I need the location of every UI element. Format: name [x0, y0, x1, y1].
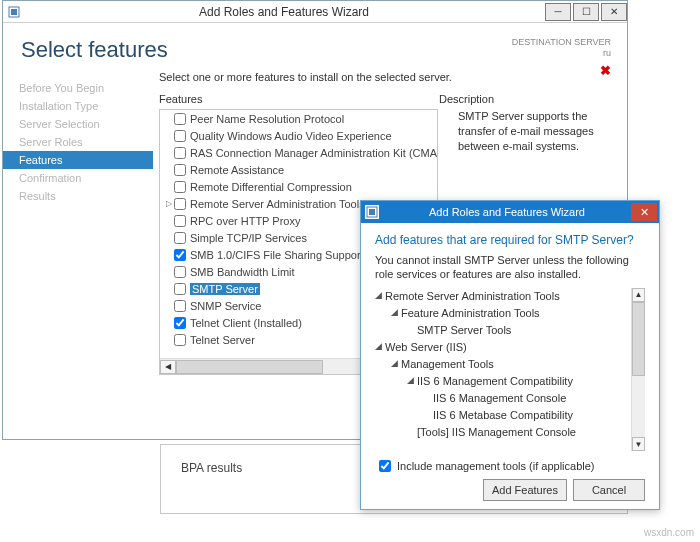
feature-label: Remote Server Administration Tools — [190, 198, 365, 210]
dialog-title: Add Roles and Features Wizard — [383, 206, 631, 218]
tree-node-label: Feature Administration Tools — [401, 305, 540, 322]
scroll-up-icon[interactable]: ▲ — [632, 288, 645, 302]
feature-label: SMB Bandwidth Limit — [190, 266, 295, 278]
nav-server-selection[interactable]: Server Selection — [3, 115, 153, 133]
tree-node: ◢Feature Administration Tools — [375, 305, 645, 322]
feature-row[interactable]: Remote Differential Compression — [160, 178, 437, 195]
expand-icon[interactable]: ▷ — [166, 199, 174, 208]
feature-label: Telnet Server — [190, 334, 255, 346]
nav-confirmation[interactable]: Confirmation — [3, 169, 153, 187]
tree-node: [Tools] IIS Management Console — [375, 424, 645, 441]
minimize-button[interactable]: ─ — [545, 3, 571, 21]
destination-label: DESTINATION SERVER — [512, 37, 611, 48]
add-features-dialog: Add Roles and Features Wizard ✕ Add feat… — [360, 200, 660, 510]
nav-installation-type[interactable]: Installation Type — [3, 97, 153, 115]
include-tools-checkbox[interactable] — [379, 460, 391, 472]
tree-node-label: Management Tools — [401, 356, 494, 373]
hscroll-thumb[interactable] — [176, 360, 323, 374]
feature-row[interactable]: Quality Windows Audio Video Experience — [160, 127, 437, 144]
feature-label: RAS Connection Manager Administration Ki… — [190, 147, 437, 159]
feature-checkbox[interactable] — [174, 249, 186, 261]
vscroll-thumb[interactable] — [632, 302, 645, 376]
instructions: Select one or more features to install o… — [159, 69, 617, 93]
svg-rect-1 — [11, 9, 17, 15]
maximize-button[interactable]: ☐ — [573, 3, 599, 21]
feature-label: SMTP Server — [190, 283, 260, 295]
collapse-icon[interactable]: ◢ — [375, 289, 383, 303]
close-button[interactable]: ✕ — [601, 3, 627, 21]
feature-label: Remote Differential Compression — [190, 181, 352, 193]
feature-checkbox[interactable] — [174, 130, 186, 142]
nav-server-roles[interactable]: Server Roles — [3, 133, 153, 151]
feature-checkbox[interactable] — [174, 181, 186, 193]
destination-value: ru — [512, 48, 611, 59]
description-heading: Description — [429, 93, 617, 105]
feature-checkbox[interactable] — [174, 232, 186, 244]
page-title: Select features — [21, 37, 168, 63]
feature-checkbox[interactable] — [174, 334, 186, 346]
tree-node-label: Web Server (IIS) — [385, 339, 467, 356]
feature-checkbox[interactable] — [174, 317, 186, 329]
feature-label: Telnet Client (Installed) — [190, 317, 302, 329]
dialog-heading: Add features that are required for SMTP … — [375, 233, 645, 247]
feature-checkbox[interactable] — [174, 215, 186, 227]
collapse-icon[interactable]: ◢ — [407, 374, 415, 388]
feature-checkbox[interactable] — [174, 300, 186, 312]
collapse-icon[interactable]: ◢ — [375, 340, 383, 354]
feature-checkbox[interactable] — [174, 147, 186, 159]
tree-node-label: IIS 6 Management Console — [433, 390, 566, 407]
tree-node: ◢Management Tools — [375, 356, 645, 373]
required-features-tree: ◢Remote Server Administration Tools◢Feat… — [375, 288, 645, 441]
feature-label: SMB 1.0/CIFS File Sharing Support — [190, 249, 364, 261]
tree-node: ◢IIS 6 Management Compatibility — [375, 373, 645, 390]
app-icon — [7, 5, 21, 19]
svg-rect-3 — [369, 209, 375, 215]
titlebar: Add Roles and Features Wizard ─ ☐ ✕ — [3, 1, 627, 23]
feature-checkbox[interactable] — [174, 198, 186, 210]
tree-node: SMTP Server Tools — [375, 322, 645, 339]
collapse-icon[interactable]: ◢ — [391, 357, 399, 371]
nav-features[interactable]: Features — [3, 151, 153, 169]
tree-node: IIS 6 Management Console — [375, 390, 645, 407]
tree-node-label: Remote Server Administration Tools — [385, 288, 560, 305]
bpa-results-title: BPA results — [181, 461, 242, 475]
tree-node: ◢Web Server (IIS) — [375, 339, 645, 356]
vertical-scrollbar[interactable]: ▲ ▼ — [631, 288, 645, 451]
dialog-text: You cannot install SMTP Server unless th… — [375, 253, 645, 282]
feature-label: Remote Assistance — [190, 164, 284, 176]
feature-checkbox[interactable] — [174, 283, 186, 295]
error-icon: ✖ — [600, 63, 611, 79]
feature-row[interactable]: Remote Assistance — [160, 161, 437, 178]
collapse-icon[interactable]: ◢ — [391, 306, 399, 320]
feature-label: Quality Windows Audio Video Experience — [190, 130, 392, 142]
tree-node-label: IIS 6 Management Compatibility — [417, 373, 573, 390]
feature-checkbox[interactable] — [174, 266, 186, 278]
dialog-close-button[interactable]: ✕ — [631, 203, 657, 221]
cancel-button[interactable]: Cancel — [573, 479, 645, 501]
feature-label: Simple TCP/IP Services — [190, 232, 307, 244]
nav-results[interactable]: Results — [3, 187, 153, 205]
feature-row[interactable]: Peer Name Resolution Protocol — [160, 110, 437, 127]
feature-row[interactable]: RAS Connection Manager Administration Ki… — [160, 144, 437, 161]
include-tools-row[interactable]: Include management tools (if applicable) — [375, 451, 645, 479]
include-tools-label: Include management tools (if applicable) — [397, 460, 595, 472]
window-title: Add Roles and Features Wizard — [25, 5, 543, 19]
nav-before-you-begin[interactable]: Before You Begin — [3, 79, 153, 97]
add-features-button[interactable]: Add Features — [483, 479, 567, 501]
feature-checkbox[interactable] — [174, 113, 186, 125]
feature-checkbox[interactable] — [174, 164, 186, 176]
feature-description: SMTP Server supports the transfer of e-m… — [448, 105, 617, 154]
features-heading: Features — [159, 93, 429, 105]
dialog-app-icon — [365, 205, 379, 219]
tree-node-label: IIS 6 Metabase Compatibility — [433, 407, 573, 424]
tree-node: ◢Remote Server Administration Tools — [375, 288, 645, 305]
tree-node-label: [Tools] IIS Management Console — [417, 424, 576, 441]
feature-label: SNMP Service — [190, 300, 261, 312]
wizard-nav: Before You Begin Installation Type Serve… — [3, 69, 153, 439]
feature-label: Peer Name Resolution Protocol — [190, 113, 344, 125]
dialog-titlebar: Add Roles and Features Wizard ✕ — [361, 201, 659, 223]
scroll-left-icon[interactable]: ◀ — [160, 360, 176, 374]
scroll-down-icon[interactable]: ▼ — [632, 437, 645, 451]
watermark: wsxdn.com — [644, 527, 694, 538]
feature-label: RPC over HTTP Proxy — [190, 215, 300, 227]
